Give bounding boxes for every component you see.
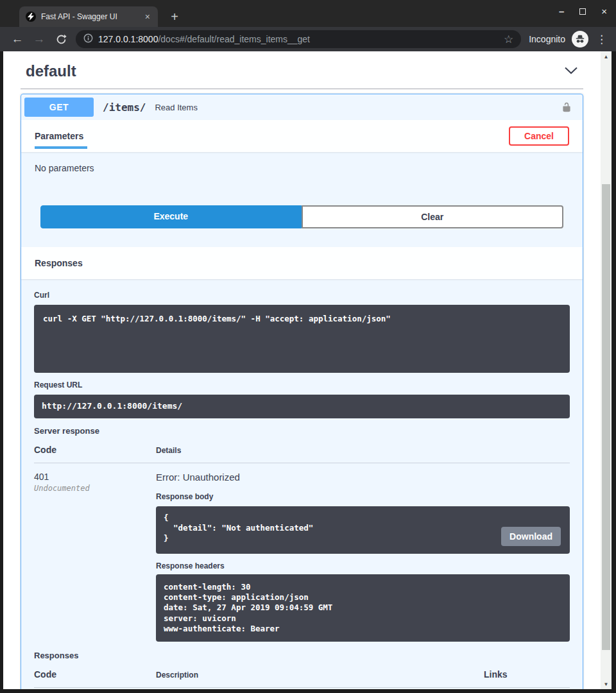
status-undocumented: Undocumented [34, 484, 156, 493]
method-badge: GET [24, 98, 94, 117]
column-header-description: Description [156, 671, 484, 680]
curl-command-block[interactable]: curl -X GET "http://127.0.0.1:8000/items… [34, 305, 570, 373]
fastapi-favicon-icon [26, 12, 36, 22]
browser-window: Fast API - Swagger UI × + – × ← → [0, 0, 616, 693]
no-parameters-text: No parameters [21, 152, 583, 173]
address-bar[interactable]: 127.0.0.1:8000/docs#/default/read_items_… [76, 30, 521, 48]
tab-parameters[interactable]: Parameters [35, 131, 83, 141]
chevron-down-icon[interactable] [564, 65, 578, 77]
table-header-row: Code Details [34, 445, 570, 463]
url-host: 127.0.0.1:8000 [98, 34, 158, 44]
execute-button-group: Execute Clear [40, 205, 563, 228]
forward-icon[interactable]: → [31, 31, 47, 47]
status-code: 401 [34, 472, 156, 482]
window-controls: – × [559, 6, 607, 17]
maximize-button[interactable] [579, 8, 586, 15]
column-header-links: Links [484, 669, 571, 680]
authorize-lock-icon[interactable] [561, 102, 572, 112]
request-url-label: Request URL [34, 381, 570, 389]
scroll-up-icon[interactable]: ▲ [601, 51, 612, 62]
column-header-details: Details [156, 446, 181, 455]
scrollbar-thumb[interactable] [602, 184, 610, 650]
error-title: Error: Unauthorized [156, 472, 570, 483]
responses-header: Responses [21, 247, 583, 279]
incognito-icon [572, 31, 588, 47]
response-headers-label: Response headers [156, 561, 570, 570]
operation-summary-text: Read Items [155, 103, 197, 112]
operation-summary[interactable]: GET /items/ Read Items [21, 94, 583, 120]
close-window-button[interactable]: × [601, 6, 607, 17]
table-row: 401 Undocumented Error: Unauthorized Res… [34, 463, 570, 642]
browser-tab[interactable]: Fast API - Swagger UI × [19, 6, 158, 27]
browser-toolbar: ← → 127.0.0.1:8000/docs#/default/read_it… [0, 27, 616, 51]
cancel-button[interactable]: Cancel [509, 126, 569, 146]
site-info-icon[interactable] [83, 33, 93, 46]
curl-label: Curl [34, 291, 570, 300]
column-header-code: Code [34, 445, 156, 455]
table-row: 200 Successful Response No links [34, 688, 570, 689]
browser-tab-bar: Fast API - Swagger UI × + – × [0, 0, 616, 27]
browser-menu-icon[interactable]: ⋮ [596, 33, 607, 46]
swagger-page: default GET /items/ Read Items [3, 51, 601, 689]
reload-icon[interactable] [53, 31, 69, 47]
responses-body: Curl curl -X GET "http://127.0.0.1:8000/… [21, 279, 583, 689]
page-title: default [26, 62, 76, 80]
tag-section-header[interactable]: default [21, 51, 583, 89]
page-scrollbar[interactable]: ▲ ▼ [601, 51, 612, 689]
url-path: /docs#/default/read_items_items__get [158, 34, 310, 44]
bookmark-star-icon[interactable]: ☆ [504, 33, 513, 46]
incognito-label: Incognito [529, 34, 565, 44]
download-button[interactable]: Download [501, 527, 561, 546]
opblock-get-items: GET /items/ Read Items Parameters Cancel… [21, 94, 583, 689]
server-response-table: Code Details 401 Undocumented Error: Una… [34, 445, 570, 642]
responses-header-label: Responses [35, 258, 83, 268]
documented-responses-table: Code Description Links 200 Successful Re… [34, 669, 570, 689]
back-icon[interactable]: ← [9, 31, 26, 47]
parameters-header: Parameters Cancel [21, 120, 583, 152]
execute-button[interactable]: Execute [40, 205, 302, 228]
new-tab-button[interactable]: + [167, 9, 182, 24]
table-header-row: Code Description Links [34, 669, 570, 688]
operation-path: /items/ [103, 101, 146, 114]
scroll-down-icon[interactable]: ▼ [601, 679, 612, 689]
clear-button[interactable]: Clear [302, 205, 564, 228]
url-text[interactable]: 127.0.0.1:8000/docs#/default/read_items_… [98, 34, 499, 44]
minimize-button[interactable]: – [559, 8, 564, 15]
server-response-label: Server response [34, 426, 570, 436]
documented-responses-label: Responses [34, 651, 570, 660]
request-url-block: http://127.0.0.1:8000/items/ [34, 395, 570, 418]
response-headers-block: content-length: 30 content-type: applica… [156, 574, 570, 642]
response-body-json: { "detail": "Not authenticated" } [164, 513, 313, 543]
close-tab-icon[interactable]: × [142, 12, 153, 22]
response-body-label: Response body [156, 492, 570, 501]
tab-title: Fast API - Swagger UI [41, 12, 142, 21]
response-body-block: { "detail": "Not authenticated" }Downloa… [156, 506, 570, 554]
column-header-code: Code [34, 669, 156, 680]
